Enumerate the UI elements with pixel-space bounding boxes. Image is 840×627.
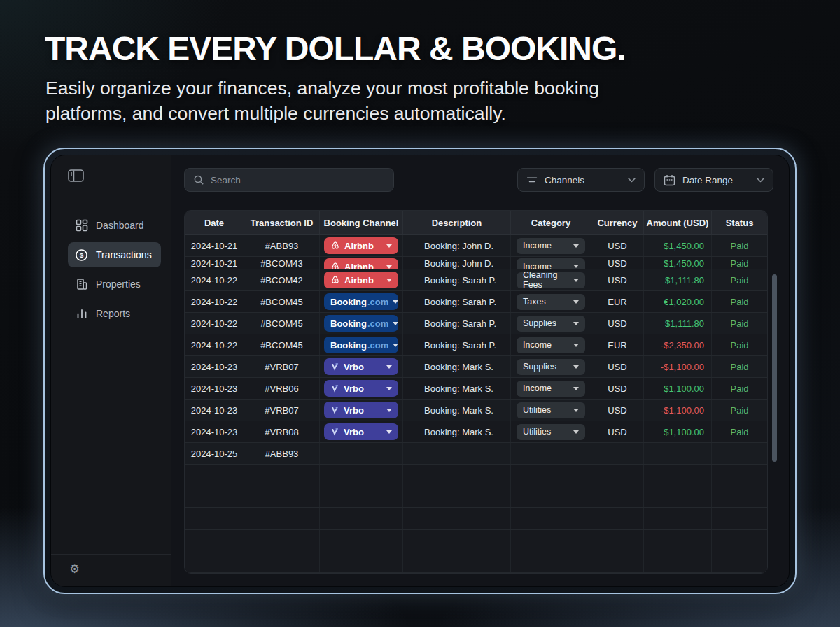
vrbo-icon — [330, 362, 340, 372]
cell-booking-channel: Vrbo — [320, 356, 403, 377]
caret-down-icon — [573, 430, 579, 434]
cell-date: 2024-10-22 — [185, 334, 244, 355]
column-header: Transaction ID — [244, 211, 320, 234]
category-select[interactable]: Income — [517, 381, 585, 397]
date-range-dropdown[interactable]: Date Range — [654, 168, 774, 192]
cell-amount: $1,450.00 — [644, 257, 712, 269]
cell-booking-channel: Vrbo — [320, 378, 403, 399]
sidebar-item-label: Reports — [96, 308, 130, 319]
caret-down-icon — [573, 265, 579, 268]
cell-status: Paid — [712, 235, 767, 256]
sidebar-item-label: Dashboard — [96, 220, 144, 231]
cell-amount: -$1,100.00 — [644, 400, 712, 421]
status-badge: Paid — [730, 383, 748, 394]
svg-text:$: $ — [80, 251, 84, 259]
cell-description: Booking: Sarah P. — [403, 291, 511, 312]
cell-currency: USD — [592, 421, 644, 442]
cell-amount: -$1,100.00 — [644, 356, 712, 377]
category-select[interactable]: Supplies — [517, 316, 585, 332]
cell-currency: EUR — [592, 334, 644, 355]
sidebar-item-reports[interactable]: Reports — [68, 301, 161, 326]
transactions-table-wrap: DateTransaction IDBooking ChannelDescrip… — [184, 210, 768, 574]
cell-empty — [320, 530, 403, 551]
amount-value: $1,100.00 — [664, 383, 704, 394]
category-select[interactable]: Utilities — [517, 402, 585, 418]
booking-channel-select[interactable]: Booking.com — [324, 293, 398, 310]
cell-empty — [592, 486, 644, 507]
category-select[interactable]: Cleaning Fees — [517, 272, 585, 288]
category-select[interactable]: Utilities — [517, 424, 585, 440]
category-label: Income — [523, 340, 552, 350]
cell-amount: $1,100.00 — [644, 378, 712, 399]
caret-down-icon — [573, 279, 579, 282]
table-row: 2024-10-23#VRB08VrboBooking: Mark S.Util… — [185, 421, 767, 443]
booking-label-accent: .com — [368, 318, 388, 329]
status-badge: Paid — [730, 297, 748, 307]
amount-value: $1,111.80 — [665, 318, 704, 329]
cell-category: Income — [511, 334, 592, 355]
table-row-empty — [185, 465, 767, 486]
cell-booking-channel: Booking.com — [320, 291, 403, 312]
caret-down-icon — [386, 430, 392, 434]
vrbo-channel-select[interactable]: Vrbo — [324, 423, 398, 440]
vrbo-icon — [330, 384, 340, 393]
channels-filter-dropdown[interactable]: Channels — [517, 168, 645, 192]
category-select[interactable]: Income — [517, 337, 585, 353]
amount-value: -$1,100.00 — [661, 362, 704, 372]
cell-category: Utilities — [511, 400, 592, 421]
channel-label: Airbnb — [344, 275, 374, 286]
sidebar-item-transactions[interactable]: $Transactions — [68, 242, 161, 267]
cell-status: Paid — [712, 269, 767, 290]
column-header: Currency — [592, 211, 644, 234]
search-input[interactable] — [211, 175, 385, 185]
category-select[interactable]: Income — [517, 238, 585, 254]
gear-icon[interactable]: ⚙ — [69, 563, 80, 576]
vrbo-channel-select[interactable]: Vrbo — [324, 358, 398, 375]
table-row: 2024-10-22#BCOM45Booking.comBooking: Sar… — [185, 313, 767, 334]
bar-chart-icon — [75, 307, 88, 320]
booking-channel-select[interactable]: Booking.com — [324, 337, 398, 353]
cell-booking-channel: Airbnb — [320, 269, 403, 290]
search-box[interactable] — [184, 168, 394, 192]
cell-status — [712, 443, 767, 464]
vrbo-channel-select[interactable]: Vrbo — [324, 402, 398, 418]
cell-description: Booking: John D. — [403, 257, 511, 269]
status-badge: Paid — [730, 275, 748, 286]
caret-down-icon — [393, 344, 398, 347]
category-select[interactable]: Income — [517, 258, 585, 269]
cell-amount — [644, 443, 712, 464]
airbnb-channel-select[interactable]: Airbnb — [324, 237, 398, 254]
sidebar-item-dashboard[interactable]: Dashboard — [68, 213, 161, 238]
airbnb-channel-select[interactable]: Airbnb — [324, 258, 398, 269]
cell-date: 2024-10-23 — [185, 421, 244, 442]
table-row: 2024-10-21#BCOM43AirbnbBooking: John D.I… — [185, 257, 767, 269]
booking-label-accent: .com — [368, 297, 388, 307]
cell-description: Booking: Mark S. — [403, 378, 511, 399]
cell-empty — [644, 486, 712, 507]
cell-transaction-id: #ABB93 — [244, 443, 320, 464]
cell-date: 2024-10-22 — [185, 269, 244, 290]
caret-down-icon — [573, 244, 579, 248]
vrbo-channel-select[interactable]: Vrbo — [324, 380, 398, 397]
cell-transaction-id: #VRB07 — [244, 400, 320, 421]
cell-empty — [712, 465, 767, 486]
category-select[interactable]: Taxes — [517, 294, 585, 310]
channel-label: Vrbo — [344, 383, 364, 394]
category-select[interactable]: Supplies — [517, 359, 585, 375]
category-label: Supplies — [523, 318, 556, 328]
sidebar-item-properties[interactable]: Properties — [68, 272, 161, 297]
channel-label: Airbnb — [344, 241, 374, 251]
caret-down-icon — [573, 387, 579, 390]
booking-channel-select[interactable]: Booking.com — [324, 315, 398, 332]
caret-down-icon — [386, 409, 392, 412]
cell-empty — [320, 551, 403, 572]
caret-down-icon — [573, 300, 579, 304]
airbnb-channel-select[interactable]: Airbnb — [324, 272, 398, 288]
cell-empty — [244, 486, 320, 507]
sidebar-toggle-icon[interactable] — [68, 169, 85, 185]
caret-down-icon — [386, 265, 392, 269]
table-row: 2024-10-22#BCOM42AirbnbBooking: Sarah P.… — [185, 269, 767, 291]
vertical-scrollbar[interactable] — [772, 274, 777, 462]
booking-label: Booking — [330, 318, 367, 329]
page-title: TRACK EVERY DOLLAR & BOOKING. — [45, 29, 626, 68]
